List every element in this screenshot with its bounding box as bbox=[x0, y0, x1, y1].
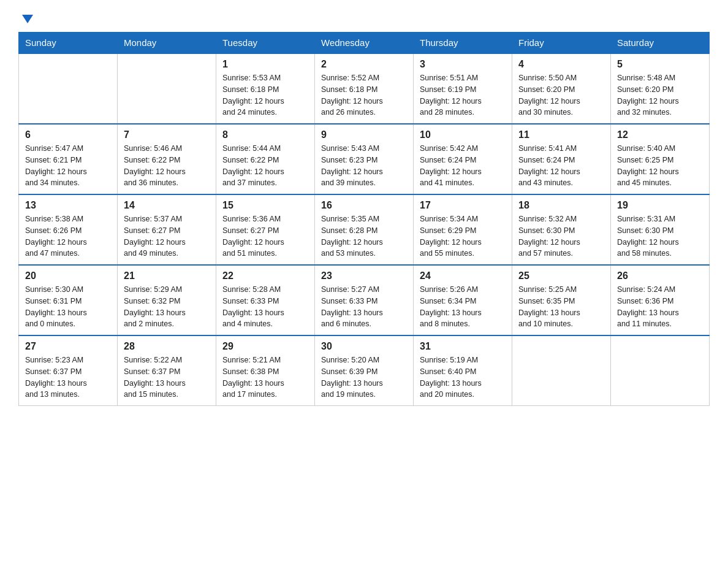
day-info: Sunrise: 5:19 AMSunset: 6:40 PMDaylight:… bbox=[420, 354, 506, 400]
calendar-header-row: SundayMondayTuesdayWednesdayThursdayFrid… bbox=[19, 33, 710, 54]
weekday-header-friday: Friday bbox=[512, 33, 611, 54]
day-info: Sunrise: 5:43 AMSunset: 6:23 PMDaylight:… bbox=[321, 143, 407, 189]
calendar-cell: 21Sunrise: 5:29 AMSunset: 6:32 PMDayligh… bbox=[118, 265, 216, 335]
day-number: 8 bbox=[222, 129, 308, 140]
day-number: 28 bbox=[124, 341, 210, 352]
calendar-cell: 15Sunrise: 5:36 AMSunset: 6:27 PMDayligh… bbox=[216, 194, 315, 265]
calendar-cell bbox=[611, 335, 710, 406]
calendar-cell: 19Sunrise: 5:31 AMSunset: 6:30 PMDayligh… bbox=[611, 194, 710, 265]
calendar-cell: 27Sunrise: 5:23 AMSunset: 6:37 PMDayligh… bbox=[19, 335, 118, 406]
day-info: Sunrise: 5:47 AMSunset: 6:21 PMDaylight:… bbox=[25, 143, 111, 189]
day-info: Sunrise: 5:23 AMSunset: 6:37 PMDaylight:… bbox=[25, 354, 111, 400]
calendar-cell: 3Sunrise: 5:51 AMSunset: 6:19 PMDaylight… bbox=[414, 53, 512, 124]
day-number: 9 bbox=[321, 129, 407, 140]
calendar-cell bbox=[118, 53, 216, 124]
day-info: Sunrise: 5:40 AMSunset: 6:25 PMDaylight:… bbox=[617, 143, 703, 189]
calendar-cell: 17Sunrise: 5:34 AMSunset: 6:29 PMDayligh… bbox=[414, 194, 512, 265]
calendar-cell: 5Sunrise: 5:48 AMSunset: 6:20 PMDaylight… bbox=[611, 53, 710, 124]
calendar-cell: 13Sunrise: 5:38 AMSunset: 6:26 PMDayligh… bbox=[19, 194, 118, 265]
day-info: Sunrise: 5:38 AMSunset: 6:26 PMDaylight:… bbox=[25, 213, 111, 259]
day-info: Sunrise: 5:34 AMSunset: 6:29 PMDaylight:… bbox=[420, 213, 506, 259]
day-number: 21 bbox=[124, 270, 210, 282]
weekday-header-monday: Monday bbox=[118, 33, 216, 54]
day-number: 25 bbox=[518, 270, 604, 282]
calendar-cell: 20Sunrise: 5:30 AMSunset: 6:31 PMDayligh… bbox=[19, 265, 118, 335]
day-info: Sunrise: 5:29 AMSunset: 6:32 PMDaylight:… bbox=[124, 284, 210, 330]
calendar-cell: 29Sunrise: 5:21 AMSunset: 6:38 PMDayligh… bbox=[216, 335, 315, 406]
calendar-week-row: 27Sunrise: 5:23 AMSunset: 6:37 PMDayligh… bbox=[19, 335, 710, 406]
day-number: 13 bbox=[25, 200, 111, 211]
day-info: Sunrise: 5:30 AMSunset: 6:31 PMDaylight:… bbox=[25, 284, 111, 330]
day-number: 18 bbox=[518, 200, 604, 211]
calendar-cell bbox=[512, 335, 611, 406]
day-number: 27 bbox=[25, 341, 111, 352]
day-number: 10 bbox=[420, 129, 506, 140]
day-info: Sunrise: 5:32 AMSunset: 6:30 PMDaylight:… bbox=[518, 213, 604, 259]
day-number: 5 bbox=[617, 59, 703, 70]
day-number: 14 bbox=[124, 200, 210, 211]
weekday-header-tuesday: Tuesday bbox=[216, 33, 315, 54]
calendar-cell: 25Sunrise: 5:25 AMSunset: 6:35 PMDayligh… bbox=[512, 265, 611, 335]
day-info: Sunrise: 5:20 AMSunset: 6:39 PMDaylight:… bbox=[321, 354, 407, 400]
calendar-week-row: 20Sunrise: 5:30 AMSunset: 6:31 PMDayligh… bbox=[19, 265, 710, 335]
calendar-cell: 8Sunrise: 5:44 AMSunset: 6:22 PMDaylight… bbox=[216, 124, 315, 194]
day-info: Sunrise: 5:51 AMSunset: 6:19 PMDaylight:… bbox=[420, 72, 506, 118]
day-number: 2 bbox=[321, 59, 407, 70]
day-number: 31 bbox=[420, 341, 506, 352]
day-info: Sunrise: 5:22 AMSunset: 6:37 PMDaylight:… bbox=[124, 354, 210, 400]
weekday-header-wednesday: Wednesday bbox=[315, 33, 414, 54]
day-info: Sunrise: 5:52 AMSunset: 6:18 PMDaylight:… bbox=[321, 72, 407, 118]
day-number: 3 bbox=[420, 59, 506, 70]
day-info: Sunrise: 5:42 AMSunset: 6:24 PMDaylight:… bbox=[420, 143, 506, 189]
logo bbox=[18, 12, 34, 26]
calendar-cell: 28Sunrise: 5:22 AMSunset: 6:37 PMDayligh… bbox=[118, 335, 216, 406]
day-number: 7 bbox=[124, 129, 210, 140]
day-number: 12 bbox=[617, 129, 703, 140]
day-number: 16 bbox=[321, 200, 407, 211]
day-number: 22 bbox=[222, 270, 308, 282]
day-info: Sunrise: 5:25 AMSunset: 6:35 PMDaylight:… bbox=[518, 284, 604, 330]
day-info: Sunrise: 5:24 AMSunset: 6:36 PMDaylight:… bbox=[617, 284, 703, 330]
day-info: Sunrise: 5:46 AMSunset: 6:22 PMDaylight:… bbox=[124, 143, 210, 189]
calendar-cell: 26Sunrise: 5:24 AMSunset: 6:36 PMDayligh… bbox=[611, 265, 710, 335]
day-info: Sunrise: 5:36 AMSunset: 6:27 PMDaylight:… bbox=[222, 213, 308, 259]
day-info: Sunrise: 5:27 AMSunset: 6:33 PMDaylight:… bbox=[321, 284, 407, 330]
svg-marker-0 bbox=[22, 15, 33, 23]
calendar-cell: 14Sunrise: 5:37 AMSunset: 6:27 PMDayligh… bbox=[118, 194, 216, 265]
calendar-week-row: 13Sunrise: 5:38 AMSunset: 6:26 PMDayligh… bbox=[19, 194, 710, 265]
day-info: Sunrise: 5:48 AMSunset: 6:20 PMDaylight:… bbox=[617, 72, 703, 118]
day-number: 11 bbox=[518, 129, 604, 140]
weekday-header-thursday: Thursday bbox=[414, 33, 512, 54]
calendar-cell: 11Sunrise: 5:41 AMSunset: 6:24 PMDayligh… bbox=[512, 124, 611, 194]
calendar-cell: 1Sunrise: 5:53 AMSunset: 6:18 PMDaylight… bbox=[216, 53, 315, 124]
day-number: 1 bbox=[222, 59, 308, 70]
calendar-cell: 6Sunrise: 5:47 AMSunset: 6:21 PMDaylight… bbox=[19, 124, 118, 194]
day-info: Sunrise: 5:31 AMSunset: 6:30 PMDaylight:… bbox=[617, 213, 703, 259]
day-info: Sunrise: 5:37 AMSunset: 6:27 PMDaylight:… bbox=[124, 213, 210, 259]
weekday-header-sunday: Sunday bbox=[19, 33, 118, 54]
day-info: Sunrise: 5:26 AMSunset: 6:34 PMDaylight:… bbox=[420, 284, 506, 330]
calendar-cell: 30Sunrise: 5:20 AMSunset: 6:39 PMDayligh… bbox=[315, 335, 414, 406]
day-number: 30 bbox=[321, 341, 407, 352]
day-info: Sunrise: 5:53 AMSunset: 6:18 PMDaylight:… bbox=[222, 72, 308, 118]
calendar-week-row: 1Sunrise: 5:53 AMSunset: 6:18 PMDaylight… bbox=[19, 53, 710, 124]
calendar-cell: 9Sunrise: 5:43 AMSunset: 6:23 PMDaylight… bbox=[315, 124, 414, 194]
calendar-cell: 2Sunrise: 5:52 AMSunset: 6:18 PMDaylight… bbox=[315, 53, 414, 124]
day-number: 17 bbox=[420, 200, 506, 211]
calendar-cell: 10Sunrise: 5:42 AMSunset: 6:24 PMDayligh… bbox=[414, 124, 512, 194]
calendar-cell: 12Sunrise: 5:40 AMSunset: 6:25 PMDayligh… bbox=[611, 124, 710, 194]
weekday-header-saturday: Saturday bbox=[611, 33, 710, 54]
day-info: Sunrise: 5:21 AMSunset: 6:38 PMDaylight:… bbox=[222, 354, 308, 400]
day-info: Sunrise: 5:44 AMSunset: 6:22 PMDaylight:… bbox=[222, 143, 308, 189]
day-info: Sunrise: 5:35 AMSunset: 6:28 PMDaylight:… bbox=[321, 213, 407, 259]
calendar-cell: 22Sunrise: 5:28 AMSunset: 6:33 PMDayligh… bbox=[216, 265, 315, 335]
day-number: 4 bbox=[518, 59, 604, 70]
calendar-cell bbox=[19, 53, 118, 124]
calendar-table: SundayMondayTuesdayWednesdayThursdayFrid… bbox=[18, 32, 710, 406]
day-number: 20 bbox=[25, 270, 111, 282]
day-number: 26 bbox=[617, 270, 703, 282]
day-number: 6 bbox=[25, 129, 111, 140]
page-header bbox=[18, 12, 710, 26]
calendar-cell: 31Sunrise: 5:19 AMSunset: 6:40 PMDayligh… bbox=[414, 335, 512, 406]
day-number: 24 bbox=[420, 270, 506, 282]
